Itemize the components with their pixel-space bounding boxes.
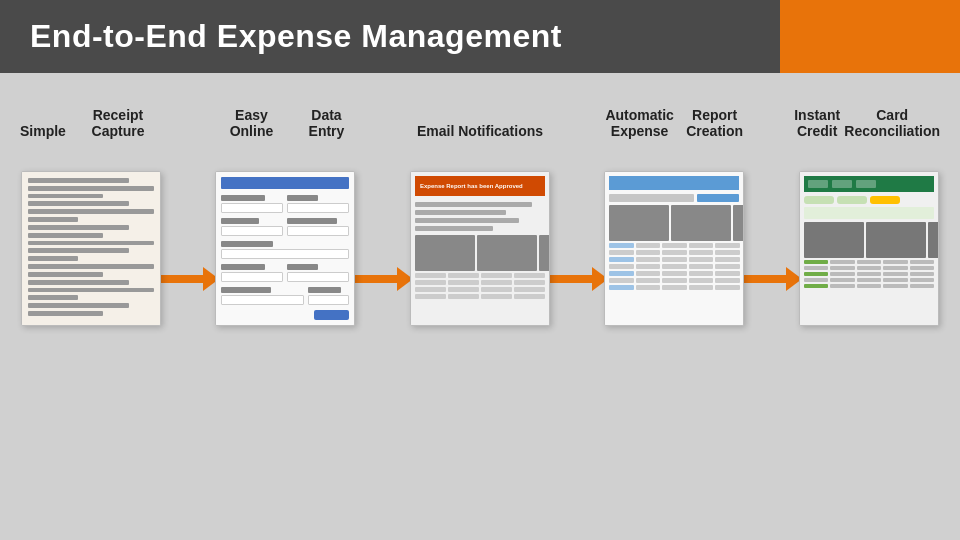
step-1: Simple Receipt Capture — [20, 103, 166, 151]
credit-screenshot — [799, 171, 939, 326]
report-image — [605, 172, 743, 325]
step-2-wrapper — [215, 171, 355, 326]
arrow-4-body — [741, 275, 786, 283]
step-3-wrapper: Expense Report has been Approved — [410, 171, 550, 326]
report-screenshot — [604, 171, 744, 326]
step-5-wrapper — [799, 171, 939, 326]
header: End-to-End Expense Management — [0, 0, 960, 73]
screenshots-row: Expense Report has been Approved — [20, 171, 940, 326]
email-image: Expense Report has been Approved — [411, 172, 549, 325]
header-accent — [780, 0, 960, 73]
email-header-bar: Expense Report has been Approved — [415, 176, 545, 196]
arrow-4 — [741, 267, 802, 291]
step-4-wrapper — [604, 171, 744, 326]
arrow-1 — [158, 267, 219, 291]
step-5: Instant Credit Card Reconciliation — [794, 103, 940, 151]
step-5-label: Instant Credit Card Reconciliation — [794, 103, 940, 139]
arrow-1-body — [158, 275, 203, 283]
arrow-3-body — [547, 275, 592, 283]
credit-image — [800, 172, 938, 325]
form-screenshot — [215, 171, 355, 326]
step-4: Automatic Expense Report Creation — [600, 103, 746, 151]
step-4-label: Automatic Expense Report Creation — [600, 103, 746, 139]
form-image — [216, 172, 354, 325]
steps-labels-row: Simple Receipt Capture Easy Online Data … — [20, 103, 940, 151]
arrow-2-body — [352, 275, 397, 283]
credit-toolbar — [804, 176, 934, 192]
arrow-3 — [547, 267, 608, 291]
page: End-to-End Expense Management Simple Rec… — [0, 0, 960, 540]
step-2: Easy Online Data Entry — [213, 103, 359, 151]
step-3: Email Notifications — [407, 103, 553, 151]
page-title: End-to-End Expense Management — [30, 18, 562, 54]
arrow-2 — [352, 267, 413, 291]
step-3-label: Email Notifications — [417, 103, 543, 139]
content-area: Simple Receipt Capture Easy Online Data … — [0, 73, 960, 346]
receipt-image — [22, 172, 160, 325]
receipt-screenshot — [21, 171, 161, 326]
step-1-wrapper — [21, 171, 161, 326]
step-1-label: Simple Receipt Capture — [20, 103, 166, 139]
step-2-label: Easy Online Data Entry — [213, 103, 359, 139]
bottom-area — [0, 346, 960, 446]
email-screenshot: Expense Report has been Approved — [410, 171, 550, 326]
